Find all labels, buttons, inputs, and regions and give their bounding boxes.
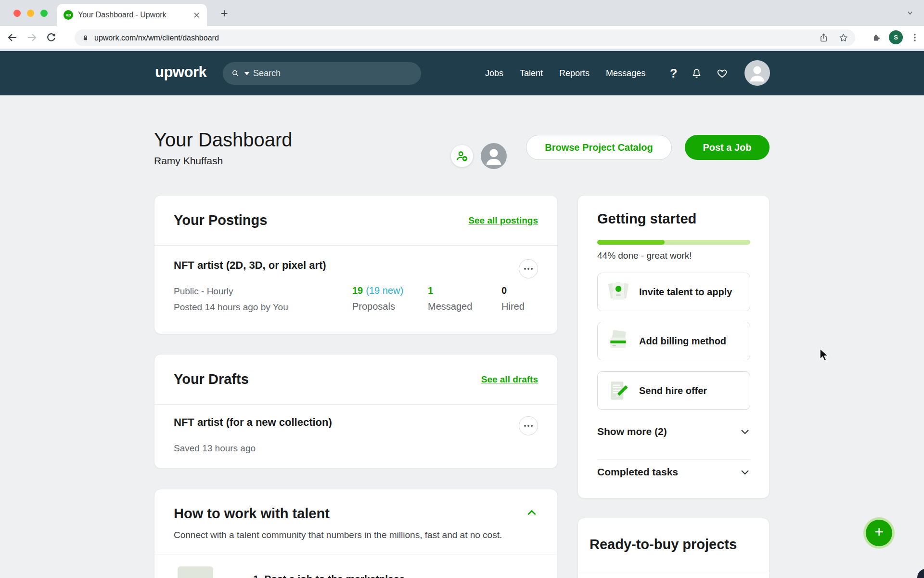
stat-hired[interactable]: 0 Hired [501,285,525,312]
job-title[interactable]: NFT artist (2D, 3D, or pixel art) [174,259,326,272]
notifications-bell-icon[interactable] [691,67,703,79]
invite-coworker-button[interactable] [451,145,473,167]
tab-overview-chevron-icon[interactable] [904,7,916,19]
draft-saved-date: Saved 13 hours ago [174,443,256,454]
saved-heart-icon[interactable] [716,67,728,79]
collapse-chevron-up-icon[interactable] [526,507,538,519]
browser-tab-strip: up Your Dashboard - Upwork + [0,0,924,26]
search-scope-chevron-icon[interactable] [244,72,249,75]
ready-to-buy-title: Ready-to-buy projects [590,537,737,552]
screen: up Your Dashboard - Upwork + [0,0,924,578]
post-a-job-button[interactable]: Post a Job [685,135,770,160]
getting-started-card: Getting started 44% done - great work! I… [578,195,770,499]
how-to-description: Connect with a talent community that num… [174,530,502,540]
chevron-down-icon [740,467,750,477]
job-visibility: Public - Hourly [174,286,233,297]
upwork-favicon-icon: up [64,10,73,20]
browser-profile-avatar[interactable]: S [889,30,903,44]
search-icon [231,69,240,78]
mouse-cursor [818,348,831,364]
help-icon[interactable]: ? [670,66,677,80]
nav-jobs[interactable]: Jobs [485,68,503,79]
step-1-thumbnail [178,566,213,578]
progress-bar-fill [597,240,665,245]
tab-title: Your Dashboard - Upwork [78,11,188,19]
show-more-label: Show more (2) [597,426,667,437]
team-member-avatar[interactable] [481,143,507,169]
url-text: upwork.com/nx/wm/client/dashboard [94,34,219,42]
bookmark-star-icon[interactable] [838,33,848,43]
upwork-header: upwork Jobs Talent Reports Messages ? [0,51,924,95]
ready-to-buy-card: Ready-to-buy projects [578,518,770,578]
quick-add-fab[interactable]: + [866,520,892,546]
invite-talent-icon [605,279,631,304]
see-all-drafts-link[interactable]: See all drafts [481,374,538,385]
completed-tasks-row[interactable]: Completed tasks [597,466,750,478]
stat-messaged[interactable]: 1 Messaged [428,285,472,312]
nav-messages[interactable]: Messages [606,68,645,79]
nav-reports[interactable]: Reports [559,68,590,79]
job-more-menu-button[interactable] [519,259,538,278]
upwork-logo[interactable]: upwork [155,64,206,81]
task-invite-talent[interactable]: Invite talent to apply [597,273,750,311]
extensions-puzzle-icon[interactable] [871,32,881,43]
new-tab-button[interactable]: + [218,6,231,20]
draft-title[interactable]: NFT artist (for a new collection) [174,416,332,429]
back-icon[interactable] [7,32,18,43]
task-add-billing[interactable]: Add billing method [597,322,750,360]
hire-offer-icon [605,378,631,403]
chat-widget-corner[interactable] [917,569,924,578]
hired-label: Hired [501,301,525,312]
task-send-hire-offer[interactable]: Send hire offer [597,371,750,410]
drafts-title: Your Drafts [174,371,249,387]
address-bar[interactable]: upwork.com/nx/wm/client/dashboard [75,29,855,46]
window-close-button[interactable] [13,10,21,17]
divider [154,404,557,405]
stat-proposals[interactable]: 19(19 new) Proposals [352,285,403,312]
window-minimize-button[interactable] [27,10,34,17]
divider [597,459,750,460]
divider [154,554,557,554]
tab-close-icon[interactable] [193,12,200,19]
nav-talent[interactable]: Talent [520,68,543,79]
proposals-new-count: (19 new) [366,285,403,296]
job-posted-date: Posted 14 hours ago by You [174,302,288,313]
browser-toolbar: upwork.com/nx/wm/client/dashboard [0,26,924,49]
divider [578,573,769,573]
completed-tasks-label: Completed tasks [597,466,678,478]
window-zoom-button[interactable] [40,10,48,17]
person-add-icon [455,149,469,163]
show-more-row[interactable]: Show more (2) [597,426,750,437]
page-title: Your Dashboard [154,129,293,151]
account-avatar[interactable] [744,60,770,86]
how-to-work-card: How to work with talent Connect with a t… [154,489,558,578]
see-all-postings-link[interactable]: See all postings [468,215,538,226]
browse-project-catalog-button[interactable]: Browse Project Catalog [526,135,672,160]
divider [154,245,557,246]
draft-more-menu-button[interactable] [519,416,538,435]
proposals-count: 19 [352,285,363,296]
postings-title: Your Postings [174,212,267,228]
hired-count: 0 [501,285,507,296]
search-input[interactable] [253,68,388,79]
primary-nav: Jobs Talent Reports Messages [485,51,645,95]
your-postings-card: Your Postings See all postings NFT artis… [154,195,558,334]
share-icon[interactable] [819,33,829,43]
messaged-label: Messaged [428,301,472,312]
forward-icon[interactable] [26,32,38,43]
refresh-icon[interactable] [45,32,57,43]
chevron-down-icon [740,426,750,437]
progress-text: 44% done - great work! [597,250,692,261]
global-search[interactable] [223,62,421,85]
browser-tab[interactable]: up Your Dashboard - Upwork [57,4,207,26]
how-to-title: How to work with talent [174,506,330,522]
progress-bar [597,240,750,245]
browser-menu-icon[interactable] [911,33,919,42]
step-1-text: 1. Post a job to the marketplace [253,573,405,578]
billing-card-icon [605,328,631,354]
lock-icon [81,34,90,42]
getting-started-title: Getting started [597,211,696,227]
your-drafts-card: Your Drafts See all drafts NFT artist (f… [154,354,558,469]
page-subtitle: Ramy Khuffash [154,155,223,167]
messaged-count: 1 [428,285,433,296]
